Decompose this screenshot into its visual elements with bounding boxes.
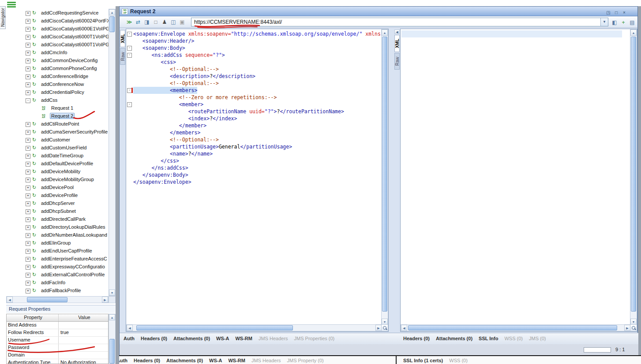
editor-zoom-button[interactable] — [381, 324, 388, 331]
xml-line-5[interactable]: <css> — [126, 59, 381, 66]
expand-icon[interactable]: + — [26, 67, 30, 71]
inspector-tab-attachments-0[interactable]: Attachments (0) — [173, 333, 210, 344]
expand-icon[interactable]: + — [26, 225, 30, 230]
tree-item-adddefaultdeviceprofile[interactable]: +↻addDefaultDeviceProfile — [6, 160, 109, 167]
xml-line-11[interactable]: - <member> — [126, 101, 381, 108]
float-window-button[interactable]: ◳ — [605, 9, 612, 16]
response-editor-vertical-scrollbar[interactable]: ▲ ▼ — [630, 29, 637, 325]
inspector-tab-auth[interactable]: Auth — [124, 333, 135, 344]
expand-icon[interactable]: + — [26, 19, 30, 24]
tree-item-adddeviceprofile[interactable]: +↻addDeviceProfile — [6, 191, 109, 199]
property-value[interactable] — [59, 344, 108, 351]
bottom-tab-ssl-info-1-certs[interactable]: SSL Info (1 certs) — [403, 357, 443, 364]
tab-layout-button[interactable]: ◧ — [611, 19, 619, 27]
property-row-authentication-type[interactable]: Authentication TypeNo Authorization — [7, 359, 108, 364]
submit-request-button[interactable]: ≫ — [125, 19, 133, 26]
tree-item-addenterprisefeatureaccessc[interactable]: +↻addEnterpriseFeatureAccessC — [6, 255, 109, 263]
close-window-button[interactable]: × — [621, 9, 628, 16]
property-column-header[interactable]: Property — [7, 314, 59, 321]
inspector-tab-headers-0[interactable]: Headers (0) — [141, 333, 167, 344]
editor-zoom-button[interactable] — [630, 324, 637, 331]
xml-line-2[interactable]: <soapenv:Header/> — [126, 37, 381, 45]
expand-icon[interactable]: + — [26, 265, 30, 270]
inspector-tab-ssl-info[interactable]: SSL Info — [479, 333, 498, 344]
expand-icon[interactable]: + — [26, 178, 30, 182]
xml-line-21[interactable]: </soapenv:Body> — [126, 171, 381, 178]
fold-toggle-icon[interactable]: - — [127, 46, 132, 51]
xml-line-10[interactable]: <!--Zero or more repetitions:--> — [126, 94, 381, 101]
expand-icon[interactable]: + — [26, 233, 30, 238]
bottom-tab-ws-a[interactable]: WS-A — [209, 357, 222, 364]
tree-item-adddirnumberaliaslookupand[interactable]: +↻addDirNumberAliasLookupand — [6, 231, 109, 239]
scroll-left-arrow[interactable]: ◀ — [7, 297, 13, 303]
tree-item-adddevicepool[interactable]: +↻addDevicePool — [6, 183, 109, 191]
tree-item-adddevicemobility[interactable]: +↻addDeviceMobility — [6, 167, 109, 175]
xml-line-7[interactable]: <description>?</description> — [126, 73, 381, 80]
scroll-up-arrow[interactable]: ▲ — [382, 30, 388, 36]
collapse-icon[interactable]: - — [26, 98, 30, 103]
property-row-password[interactable]: Password — [7, 344, 108, 352]
add-button[interactable]: + — [619, 19, 627, 27]
tree-item-addconferencenow[interactable]: +↻addConferenceNow — [6, 80, 109, 88]
expand-icon[interactable]: + — [26, 289, 30, 293]
tree-item-addccdrequestingservice[interactable]: +↻addCcdRequestingService — [6, 9, 109, 17]
bottom-tab-jms-headers[interactable]: JMS Headers — [251, 357, 281, 364]
xml-line-15[interactable]: </members> — [126, 129, 381, 136]
tree-horizontal-scrollbar[interactable]: ◀ ▶ — [6, 296, 109, 303]
scroll-down-arrow[interactable]: ▼ — [382, 319, 388, 325]
tree-item-addcustomer[interactable]: +↻addCustomer — [6, 136, 109, 144]
fold-toggle-icon[interactable]: - — [127, 102, 132, 107]
tree-item-addfallbackprofile[interactable]: +↻addFallbackProfile — [6, 286, 109, 294]
xml-line-18[interactable]: <name>?</name> — [126, 150, 381, 157]
scroll-right-arrow[interactable]: ▶ — [102, 297, 108, 303]
window-titlebar[interactable]: SOAP Request 2 ◳□× — [120, 7, 637, 16]
inspector-tab-wss-0[interactable]: WSS (0) — [504, 333, 523, 344]
tree-item-addcommondeviceconfig[interactable]: +↻addCommonDeviceConfig — [6, 56, 109, 64]
editor-tab-xml[interactable]: XML — [394, 35, 400, 52]
inspector-tab-jms-headers[interactable]: JMS Headers — [259, 333, 288, 344]
expand-icon[interactable]: + — [26, 35, 30, 40]
inspector-tab-jms-properties-0[interactable]: JMS Properties (0) — [294, 333, 335, 344]
editor-tab-raw[interactable]: Raw — [394, 53, 400, 70]
bottom-tab-headers-0[interactable]: Headers (0) — [134, 357, 160, 364]
expand-icon[interactable]: + — [26, 209, 30, 214]
editor-tab-xml[interactable]: XML — [120, 30, 125, 47]
xml-line-4[interactable]: - <ns:addCss sequence="?"> — [126, 52, 381, 59]
properties-vertical-scrollbar[interactable]: ▲ — [109, 314, 116, 364]
scroll-left-arrow[interactable]: ◀ — [127, 325, 133, 331]
xml-line-17[interactable]: <partitionUsage>General</partitionUsage> — [126, 143, 381, 150]
tree-item-addexternalcallcontrolprofile[interactable]: +↻addExternalCallControlProfile — [6, 271, 109, 279]
endpoint-dropdown-button[interactable]: ▼ — [600, 18, 608, 26]
tree-item-request-1[interactable]: SOAPRequest 1 — [6, 104, 109, 112]
property-row-bind-address[interactable]: Bind Address — [7, 322, 108, 329]
inspector-tab-ws-a[interactable]: WS-A — [216, 333, 229, 344]
panel-splitter[interactable] — [389, 29, 394, 332]
bottom-tab-auth[interactable]: Auth — [119, 357, 127, 364]
inspector-tab-headers-0[interactable]: Headers (0) — [403, 333, 430, 344]
expand-icon[interactable]: + — [26, 59, 30, 63]
expand-icon[interactable]: + — [26, 82, 30, 87]
settings-button[interactable]: ▤ — [628, 19, 636, 27]
scroll-up-arrow[interactable]: ▲ — [630, 30, 637, 36]
expand-icon[interactable]: + — [26, 273, 30, 278]
request-editor-vertical-scrollbar[interactable]: ▲ ▼ — [381, 29, 388, 325]
scroll-up-arrow[interactable]: ▲ — [109, 9, 115, 15]
clone-request-button[interactable]: ◫ — [169, 19, 177, 26]
xml-line-6[interactable]: <!--Optional:--> — [126, 66, 381, 73]
expand-icon[interactable]: + — [26, 193, 30, 198]
tree-item-addelingroup[interactable]: +↻addElinGroup — [6, 239, 109, 247]
tree-item-adddevicemobilitygroup[interactable]: +↻addDeviceMobilityGroup — [6, 175, 109, 183]
expand-icon[interactable]: + — [26, 130, 30, 135]
scroll-right-arrow[interactable]: ▶ — [375, 325, 382, 331]
expand-icon[interactable]: + — [26, 162, 30, 167]
bottom-tab-jms-property-0[interactable]: JMS Property (0) — [287, 357, 324, 364]
property-row-domain[interactable]: Domain — [7, 352, 108, 359]
tree-item-addcumaserversecurityprofile[interactable]: +↻addCumaServerSecurityProfile — [6, 128, 109, 136]
xml-line-20[interactable]: </ns:addCss> — [126, 164, 381, 171]
tree-item-addciscocatalyst600024portfx[interactable]: +↻addCiscoCatalyst600024PortFX — [6, 17, 109, 25]
maximize-window-button[interactable]: □ — [613, 9, 620, 16]
property-value[interactable] — [59, 352, 108, 359]
tree-item-adddirectorylookupdialrules[interactable]: +↻addDirectoryLookupDialRules — [6, 223, 109, 231]
expand-icon[interactable]: + — [26, 186, 30, 190]
xml-line-1[interactable]: -<soapenv:Envelope xmlns:soapenv="http:/… — [126, 30, 381, 37]
